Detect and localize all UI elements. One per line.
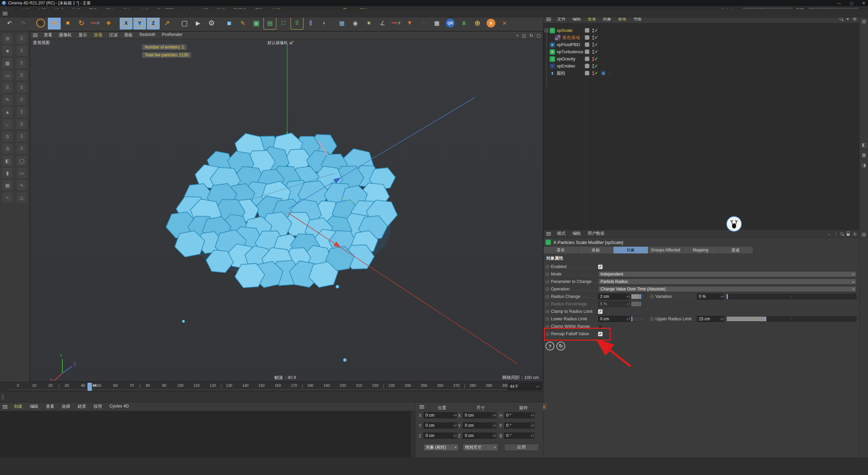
coordinate-system-button[interactable]: ↗ <box>160 17 173 30</box>
keyframe-knob-icon[interactable] <box>650 295 654 299</box>
move-tool[interactable]: + <box>48 17 61 30</box>
am-menu-item-1[interactable]: 编辑 <box>569 231 584 236</box>
spinner-icon[interactable]: ▲▼ <box>453 433 457 439</box>
live-selection-tool[interactable]: ↖ <box>34 17 47 30</box>
keyframe-knob-icon[interactable] <box>546 265 549 269</box>
snap-grid-2[interactable]: ⠿ <box>17 46 27 56</box>
volume-button[interactable]: ◗ <box>318 17 331 30</box>
deformer-button[interactable]: ▼ <box>403 17 416 30</box>
mode-dropdown[interactable]: 对象 (相对)▾ <box>423 444 459 451</box>
mat-menu-item-3[interactable]: 选择 <box>58 404 74 410</box>
operation-dropdown[interactable]: Change Value Over Time (Absolute)▾ <box>598 286 856 292</box>
panel-icon-2[interactable]: ▦ <box>861 152 867 158</box>
visibility-dots[interactable] <box>592 64 594 68</box>
coord-field-旋转-P[interactable]: 0 °▲▼ <box>504 422 534 429</box>
polygons-mode[interactable]: ▲ <box>2 107 13 117</box>
attribute-manager-menu-icon[interactable] <box>546 232 551 235</box>
tab-Mapping[interactable]: Mapping <box>683 247 718 253</box>
camera-name-label[interactable]: 默认摄像机 ▣ <box>268 40 294 46</box>
render-to-picture-viewer-button[interactable]: ▶ <box>192 17 204 30</box>
layer-toggle-icon[interactable] <box>585 50 589 54</box>
floor-button[interactable]: ▦ <box>335 17 348 30</box>
spinner-icon[interactable]: ▲▼ <box>453 412 457 418</box>
lock-z-axis-button[interactable]: Z <box>147 17 160 30</box>
circle-select-tool[interactable]: ◯ <box>17 156 27 166</box>
viewport-canvas[interactable]: Y Z X 帧速：40.9 网格间距：100 cm 透视视图 默认摄像机 ▣ N… <box>30 39 543 381</box>
help-button[interactable]: ? <box>546 342 554 350</box>
visibility-dots[interactable] <box>592 28 594 33</box>
vp-menu-item-0[interactable]: 查看 <box>40 32 56 38</box>
reset-button[interactable]: ↻ <box>556 342 565 350</box>
spinner-icon[interactable]: ▲▼ <box>627 301 630 307</box>
paint-bucket-tool[interactable]: ◧ <box>2 156 13 166</box>
checker-tool[interactable]: ▦ <box>2 180 13 190</box>
tweak-mode[interactable]: ∟ <box>2 119 13 129</box>
material-manager-menu-icon[interactable] <box>3 405 7 408</box>
visibility-dots[interactable] <box>592 43 594 47</box>
layer-toggle-icon[interactable] <box>585 35 589 40</box>
coord-field-旋转-H[interactable]: 0 °▲▼ <box>504 412 534 418</box>
snap-s1[interactable]: S <box>2 131 13 141</box>
coord-field-位置-Z[interactable]: 0 cm▲▼ <box>423 433 457 439</box>
tab-基本[interactable]: 基本 <box>544 247 578 253</box>
keyframe-knob-icon[interactable] <box>546 295 549 299</box>
object-row-圆柱[interactable]: ▮圆柱✓◍∴ <box>544 70 859 77</box>
lock-x-axis-button[interactable]: X <box>120 17 133 30</box>
undo-button[interactable]: ↶ <box>3 17 16 30</box>
redo-button[interactable]: ↷ <box>17 17 29 30</box>
enabled-check-icon[interactable]: ✓ <box>594 63 598 69</box>
vp-menu-item-4[interactable]: 过滤 <box>106 32 121 38</box>
snap-grid-6[interactable]: ⠿ <box>17 95 27 105</box>
magnet-tool[interactable]: ≈ <box>2 192 13 203</box>
lasso-select-tool[interactable]: ∿ <box>17 180 27 190</box>
vp-menu-item-5[interactable]: 面板 <box>121 32 136 38</box>
layout-icon[interactable]: ▤ <box>861 18 867 24</box>
character-button[interactable]: ⋔ <box>457 17 470 30</box>
lower-radius-limit-field[interactable]: 0 cm <box>598 316 627 322</box>
mat-menu-item-5[interactable]: 纹理 <box>90 404 106 410</box>
spinner-icon[interactable]: ▲▼ <box>493 412 496 418</box>
snap-grid-7[interactable]: ⠿ <box>17 107 27 117</box>
array-button[interactable]: ⠿ <box>291 17 303 30</box>
convert-tool[interactable]: ⚙ <box>2 34 13 44</box>
snap-s2[interactable]: S <box>2 144 13 154</box>
snap-grid-10[interactable]: ⠿ <box>17 144 27 154</box>
object-row-xpTurbulence[interactable]: ≋xpTurbulence✓ <box>544 48 859 55</box>
coord-field-位置-X[interactable]: 0 cm▲▼ <box>423 412 457 418</box>
enabled-check-icon[interactable]: ✓ <box>594 28 598 33</box>
spinner-icon[interactable]: ▲▼ <box>627 293 630 300</box>
snap-grid-9[interactable]: ⠿ <box>17 131 27 141</box>
scale-tool[interactable]: ■ <box>61 17 74 30</box>
upper-radius-limit-slider[interactable] <box>726 316 856 322</box>
am-lock-icon[interactable] <box>847 233 850 236</box>
tab-对象[interactable]: 对象 <box>613 247 648 253</box>
object-row-xpScale[interactable]: −∴xpScale✓ <box>544 27 859 34</box>
parameter-to-change-dropdown[interactable]: Particle Radius▾ <box>598 279 856 285</box>
keyframe-knob-icon[interactable] <box>546 310 549 314</box>
upper-radius-limit-field[interactable]: 15 cm <box>697 316 721 322</box>
keyframe-knob-icon[interactable] <box>546 302 549 306</box>
array-grid-button[interactable]: ▦ <box>430 17 443 30</box>
panel-icon-3[interactable]: ◨ <box>861 162 867 168</box>
layer-toggle-icon[interactable] <box>585 57 589 61</box>
add-primitive-button[interactable]: ■ <box>223 17 236 30</box>
spline-tools-button[interactable]: ‖ <box>304 17 317 30</box>
model-mode[interactable]: ■ <box>2 46 13 56</box>
object-row-xpGravity[interactable]: ↓xpGravity✓ <box>544 55 859 62</box>
tab-Groups Affected[interactable]: Groups Affected <box>648 247 683 253</box>
edges-mode[interactable]: ✎ <box>2 95 13 105</box>
timeline-ruler[interactable]: 0102030405060708090100110120130140150160… <box>0 382 543 392</box>
plane-tool[interactable]: ▮ <box>2 168 13 178</box>
om-search-icon[interactable] <box>840 17 843 20</box>
target-button[interactable]: ⊕ <box>471 17 484 30</box>
layer-toggle-icon[interactable] <box>585 64 589 68</box>
rotate-tool[interactable]: ↻ <box>75 17 88 30</box>
spinner-icon[interactable]: ▲▼ <box>721 316 724 322</box>
object-row-xpEmitter[interactable]: ∵xpEmitter✓ <box>544 62 859 70</box>
mat-menu-item-6[interactable]: Cycles 4D <box>106 404 133 408</box>
snap-grid-3[interactable]: ⠿ <box>17 58 27 68</box>
layer-toggle-icon[interactable] <box>585 42 589 47</box>
enabled-check-icon[interactable]: ✓ <box>594 71 598 76</box>
coord-field-旋转-B[interactable]: 0 °▲▼ <box>504 433 534 439</box>
radius-percentage-field[interactable]: 5 % <box>598 301 627 307</box>
